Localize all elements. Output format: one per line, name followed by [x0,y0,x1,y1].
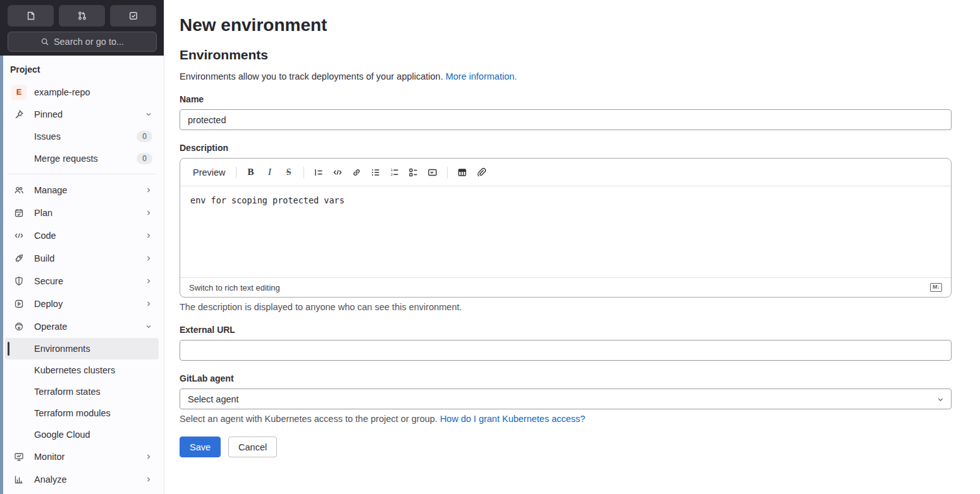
preview-button[interactable]: Preview [188,164,231,181]
todo-check-icon [128,11,138,21]
sidebar-divider [8,174,156,174]
terraform-states-label: Terraform states [34,387,154,397]
name-input[interactable] [180,109,952,130]
sidebar-item-google-cloud[interactable]: Google Cloud [5,424,159,445]
sidebar-item-pinned[interactable]: Pinned [5,103,159,125]
merge-requests-shortcut-button[interactable] [59,5,105,27]
cancel-button[interactable]: Cancel [228,437,277,457]
users-icon [14,185,24,195]
description-textarea[interactable]: env for scoping protected vars [180,186,951,277]
quote-icon[interactable] [310,164,327,181]
agent-help-sentence: Select an agent with Kubernetes access t… [180,414,438,424]
editor-footer: Switch to rich text editing M↓ [180,277,951,297]
todo-list-shortcut-button[interactable] [110,5,156,27]
sidebar-item-environments[interactable]: Environments [5,338,159,359]
app-window: Search or go to... Project E example-rep… [0,0,980,494]
chevron-down-icon [936,395,945,404]
sidebar-item-plan[interactable]: Plan [5,202,159,224]
kubernetes-access-link[interactable]: How do I grant Kubernetes access? [440,414,585,424]
name-label: Name [180,94,952,104]
italic-icon[interactable]: I [262,164,278,181]
agent-help-text: Select an agent with Kubernetes access t… [180,414,952,424]
attach-file-icon[interactable] [473,164,489,181]
sidebar-item-merge-requests[interactable]: Merge requests 0 [5,147,159,169]
monitor-label: Monitor [34,452,145,462]
markdown-icon: M↓ [930,283,942,292]
chevron-right-icon [145,453,152,461]
build-label: Build [34,253,145,263]
sidebar-item-deploy[interactable]: Deploy [5,292,159,315]
chevron-right-icon [145,255,152,262]
table-icon[interactable] [454,164,470,181]
super-sidebar: Search or go to... Project E example-rep… [0,0,164,494]
toolbar-separator [447,167,448,178]
search-label: Search or go to... [54,37,124,47]
sidebar-item-terraform-modules[interactable]: Terraform modules [5,402,159,424]
markdown-editor: Preview B I S 12 [180,158,952,298]
sidebar-item-kubernetes-clusters[interactable]: Kubernetes clusters [5,359,159,381]
chevron-right-icon [145,186,152,194]
chevron-right-icon [145,300,152,308]
task-list-icon[interactable] [405,164,422,181]
plan-label: Plan [34,208,145,218]
numbered-list-icon[interactable]: 12 [386,164,403,181]
sidebar-item-analyze[interactable]: Analyze [5,468,159,491]
sidebar-item-project[interactable]: E example-repo [5,81,159,103]
chevron-right-icon [145,277,152,285]
markdown-toolbar: Preview B I S 12 [180,159,951,186]
svg-text:2: 2 [391,172,393,176]
issues-icon [26,11,36,21]
collapsible-section-icon[interactable] [424,164,441,181]
page-title: New environment [180,14,952,36]
toolbar-separator [236,167,236,178]
chevron-right-icon [145,476,152,483]
secure-label: Secure [34,276,145,286]
switch-rich-text-link[interactable]: Switch to rich text editing [189,283,280,292]
save-button[interactable]: Save [180,437,221,457]
code-icon [14,231,24,241]
sidebar-item-issues[interactable]: Issues 0 [5,125,159,147]
sidebar-item-terraform-states[interactable]: Terraform states [5,381,159,402]
search-button[interactable]: Search or go to... [8,32,157,52]
sidebar-header: Search or go to... [0,0,164,56]
external-url-input[interactable] [180,340,952,361]
project-avatar: E [11,85,27,100]
sidebar-item-code[interactable]: Code [5,224,159,247]
code-block-icon[interactable] [329,164,346,181]
manage-label: Manage [34,185,145,195]
bold-icon[interactable]: B [243,164,259,181]
link-icon[interactable] [348,164,365,181]
deploy-icon [14,299,24,309]
intro-text: Environments allow you to track deployme… [180,71,952,81]
sidebar-item-secure[interactable]: Secure [5,270,159,292]
sidebar-item-operate[interactable]: Operate [5,315,159,338]
environments-section-title: Environments [180,47,952,63]
agent-select-value: Select agent [188,394,239,404]
pinned-label: Pinned [34,109,145,119]
sidebar-item-manage[interactable]: Manage [5,179,159,202]
form-actions: Save Cancel [180,437,952,457]
left-edge-strip [0,56,3,494]
sidebar-item-monitor[interactable]: Monitor [5,445,159,468]
rocket-icon [14,253,24,263]
sidebar-item-build[interactable]: Build [5,247,159,270]
kubernetes-clusters-label: Kubernetes clusters [34,365,154,375]
agent-select[interactable]: Select agent [180,389,952,409]
chevron-down-icon [145,323,152,330]
more-information-link[interactable]: More information. [446,71,517,81]
description-label: Description [180,143,952,153]
issues-label: Issues [34,131,137,142]
intro-sentence: Environments allow you to track deployme… [180,71,443,81]
project-section-label: Project [5,61,159,81]
strikethrough-icon[interactable]: S [281,164,297,181]
analyze-label: Analyze [34,474,145,485]
gitlab-agent-label: GitLab agent [180,373,952,383]
environments-label: Environments [34,344,154,354]
merge-requests-label: Merge requests [34,154,137,164]
description-help-text: The description is displayed to anyone w… [180,302,952,312]
bullet-list-icon[interactable] [367,164,384,181]
merge-request-icon [77,11,87,21]
operate-label: Operate [34,322,145,332]
terraform-modules-label: Terraform modules [34,408,154,418]
issues-shortcut-button[interactable] [8,5,54,27]
